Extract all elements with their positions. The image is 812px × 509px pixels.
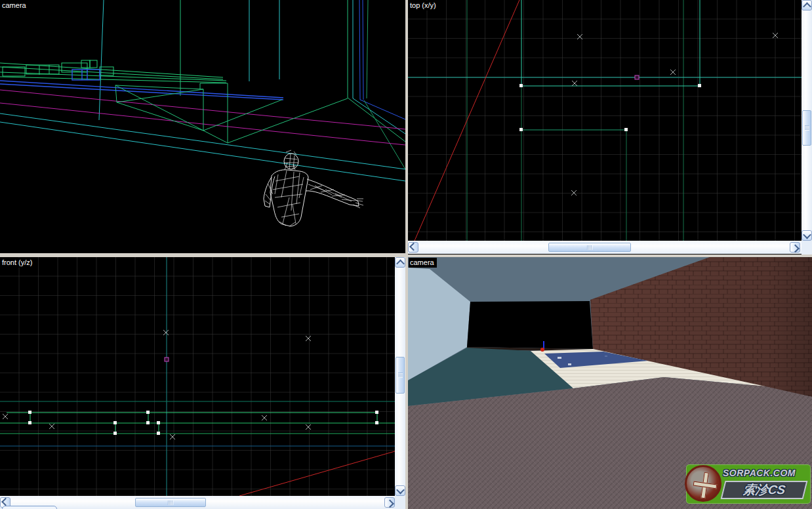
scroll-left-button[interactable] — [408, 242, 418, 253]
entity-handle[interactable] — [635, 75, 639, 79]
clip-lines-magenta — [0, 90, 405, 145]
scrollbar-corner — [395, 496, 405, 509]
chevron-left-icon — [409, 242, 418, 251]
grid — [0, 257, 395, 496]
watermark-logo-icon — [685, 465, 721, 502]
wall-edges — [99, 0, 405, 169]
viewport-title: camera — [1, 1, 29, 10]
chevron-up-icon — [396, 259, 405, 268]
horizontal-splitter-right[interactable] — [408, 254, 812, 257]
chevron-right-icon — [386, 499, 394, 508]
scrollbar-corner — [802, 241, 812, 254]
viewport-camera-wireframe[interactable]: camera — [0, 0, 405, 253]
chevron-down-icon — [396, 485, 405, 494]
viewport-front-yz[interactable]: front (y/z) — [0, 257, 405, 509]
thumb-grip — [587, 245, 592, 250]
viewport-title: top (x/y) — [409, 1, 439, 10]
horizontal-scroll-thumb[interactable] — [135, 498, 206, 507]
wireframe-canvas[interactable] — [0, 0, 405, 253]
front-view-horizontal-scrollbar[interactable] — [0, 496, 395, 509]
chevron-left-icon — [1, 497, 10, 506]
watermark-banner: 索沴CS — [721, 481, 808, 499]
thumb-grip — [168, 500, 173, 505]
entity-handle[interactable] — [165, 357, 169, 361]
front-view-vertical-scrollbar[interactable] — [395, 257, 405, 496]
chevron-down-icon — [803, 230, 811, 239]
shelf-brushes — [0, 60, 226, 83]
vertical-scroll-thumb[interactable] — [802, 110, 811, 146]
horizontal-scroll-thumb[interactable] — [548, 243, 631, 252]
viewport-top-xy[interactable]: top (x/y) — [408, 0, 812, 254]
top-view-vertical-scrollbar[interactable] — [802, 0, 812, 241]
viewport-title: camera — [409, 258, 437, 268]
thumb-grip — [398, 373, 403, 378]
top-view-canvas[interactable] — [408, 0, 802, 241]
watermark-site-text: SORPACK.COM — [723, 468, 809, 478]
thumb-grip — [805, 125, 809, 131]
chevron-right-icon — [791, 244, 800, 253]
top-view-horizontal-scrollbar[interactable] — [408, 241, 802, 254]
front-view-canvas[interactable] — [0, 257, 395, 496]
scroll-down-button[interactable] — [395, 485, 405, 496]
horizontal-splitter-left[interactable] — [0, 253, 405, 257]
watermark: SORPACK.COM 索沴CS — [686, 464, 811, 504]
cutoff-panel-tab[interactable] — [2, 506, 57, 509]
watermark-brand-text: 索沴CS — [742, 481, 786, 499]
scroll-up-button[interactable] — [802, 0, 812, 10]
viewport-title: front (y/z) — [1, 258, 35, 268]
scroll-up-button[interactable] — [395, 257, 405, 268]
scroll-right-button[interactable] — [790, 242, 800, 253]
scroll-down-button[interactable] — [802, 230, 812, 241]
scroll-right-button[interactable] — [384, 497, 395, 508]
vertical-scroll-thumb[interactable] — [396, 357, 405, 394]
viewport-camera-3d[interactable]: camera SORPACK.COM 索沴CS — [408, 257, 812, 509]
chevron-up-icon — [803, 2, 811, 10]
